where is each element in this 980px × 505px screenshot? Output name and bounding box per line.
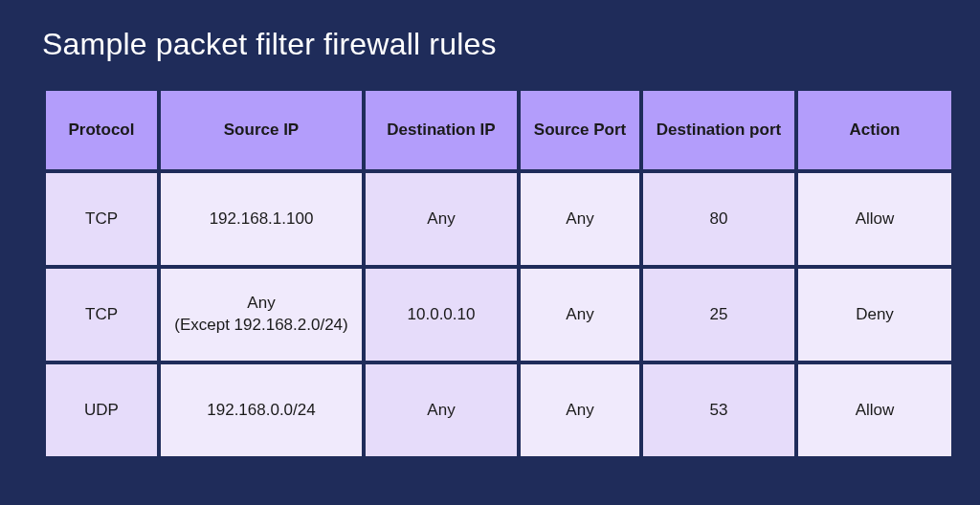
cell-protocol: TCP <box>46 269 157 361</box>
cell-source-port: Any <box>521 173 639 265</box>
col-header-action: Action <box>798 91 951 169</box>
col-header-source-port: Source Port <box>521 91 639 169</box>
cell-action: Allow <box>798 173 951 265</box>
col-header-protocol: Protocol <box>46 91 157 169</box>
cell-destination-ip: 10.0.0.10 <box>366 269 517 361</box>
cell-destination-ip: Any <box>366 173 517 265</box>
cell-destination-port: 53 <box>643 364 794 456</box>
cell-source-port: Any <box>521 269 639 361</box>
col-header-destination-port: Destination port <box>643 91 794 169</box>
table-row: UDP 192.168.0.0/24 Any Any 53 Allow <box>46 364 951 456</box>
col-header-destination-ip: Destination IP <box>366 91 517 169</box>
cell-protocol: TCP <box>46 173 157 265</box>
cell-source-ip: 192.168.0.0/24 <box>161 364 362 456</box>
cell-destination-port: 80 <box>643 173 794 265</box>
cell-destination-ip: Any <box>366 364 517 456</box>
firewall-rules-table: Protocol Source IP Destination IP Source… <box>42 87 955 460</box>
cell-source-ip: 192.168.1.100 <box>161 173 362 265</box>
page: Sample packet filter firewall rules Prot… <box>0 0 980 494</box>
cell-action: Deny <box>798 269 951 361</box>
page-title: Sample packet filter firewall rules <box>42 27 938 62</box>
cell-protocol: UDP <box>46 364 157 456</box>
cell-destination-port: 25 <box>643 269 794 361</box>
cell-source-ip: Any (Except 192.168.2.0/24) <box>161 269 362 361</box>
table-row: TCP Any (Except 192.168.2.0/24) 10.0.0.1… <box>46 269 951 361</box>
cell-action: Allow <box>798 364 951 456</box>
table-row: TCP 192.168.1.100 Any Any 80 Allow <box>46 173 951 265</box>
cell-source-port: Any <box>521 364 639 456</box>
col-header-source-ip: Source IP <box>161 91 362 169</box>
